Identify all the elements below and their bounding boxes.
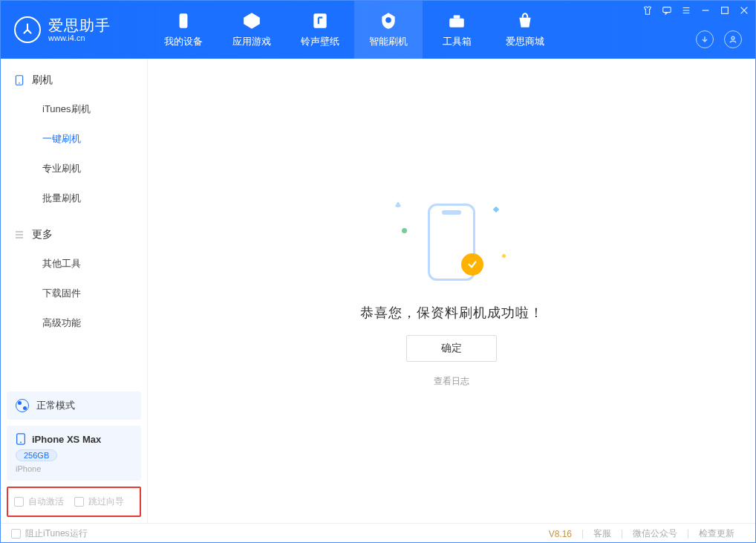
check-icon bbox=[461, 253, 483, 276]
nav-toolbox[interactable]: 工具箱 bbox=[423, 1, 491, 59]
download-icon[interactable] bbox=[696, 30, 714, 48]
skip-guide-label: 跳过向导 bbox=[88, 495, 124, 508]
close-icon[interactable] bbox=[739, 5, 749, 16]
svg-rect-4 bbox=[454, 15, 460, 18]
sidebar-item-other-tools[interactable]: 其他工具 bbox=[1, 249, 147, 279]
flash-options-highlight: 自动激活 跳过向导 bbox=[7, 487, 141, 517]
app-logo: 爱思助手 www.i4.cn bbox=[1, 16, 149, 43]
device-name: iPhone XS Max bbox=[32, 434, 101, 445]
svg-point-7 bbox=[731, 36, 734, 39]
app-url: www.i4.cn bbox=[48, 33, 111, 42]
main-nav: 我的设备 应用游戏 铃声壁纸 智能刷机 工具箱 爱思商城 bbox=[149, 1, 559, 59]
mode-label: 正常模式 bbox=[36, 399, 75, 412]
sidebar-header-more: 更多 bbox=[1, 221, 147, 249]
wechat-link[interactable]: 微信公众号 bbox=[622, 527, 688, 540]
support-link[interactable]: 客服 bbox=[583, 527, 622, 540]
minimize-icon[interactable] bbox=[700, 5, 711, 16]
sidebar: 刷机 iTunes刷机 一键刷机 专业刷机 批量刷机 更多 其他工具 下载固件 … bbox=[1, 59, 148, 523]
status-bar: 阻止iTunes运行 V8.16 客服 微信公众号 检查更新 bbox=[1, 523, 755, 543]
nav-toolbox-label: 工具箱 bbox=[443, 35, 472, 48]
success-message: 恭喜您，保资料刷机成功啦！ bbox=[360, 304, 544, 322]
sidebar-item-itunes-flash[interactable]: iTunes刷机 bbox=[1, 94, 147, 124]
svg-rect-6 bbox=[722, 7, 729, 14]
skip-guide-checkbox[interactable]: 跳过向导 bbox=[74, 495, 124, 508]
device-card[interactable]: iPhone XS Max 256GB iPhone bbox=[7, 426, 141, 481]
sidebar-item-download-firmware[interactable]: 下载固件 bbox=[1, 279, 147, 308]
sidebar-item-advanced[interactable]: 高级功能 bbox=[1, 308, 147, 338]
nav-ring[interactable]: 铃声壁纸 bbox=[286, 1, 354, 59]
ok-button[interactable]: 确定 bbox=[406, 335, 497, 362]
nav-apps-label: 应用游戏 bbox=[232, 35, 271, 48]
version-label: V8.16 bbox=[538, 529, 582, 539]
sidebar-section-title: 刷机 bbox=[32, 74, 53, 87]
list-icon bbox=[14, 230, 25, 240]
tshirt-icon[interactable] bbox=[642, 5, 653, 16]
menu-icon[interactable] bbox=[681, 5, 691, 16]
user-icon[interactable] bbox=[724, 30, 742, 48]
svg-rect-1 bbox=[313, 13, 326, 28]
logo-icon bbox=[14, 16, 41, 43]
svg-rect-5 bbox=[663, 7, 671, 13]
nav-ring-label: 铃声壁纸 bbox=[301, 35, 339, 48]
nav-device-label: 我的设备 bbox=[164, 35, 203, 48]
phone-icon bbox=[16, 433, 26, 445]
title-bar: 爱思助手 www.i4.cn 我的设备 应用游戏 铃声壁纸 智能刷机 工具箱 爱… bbox=[1, 1, 755, 59]
sidebar-item-oneclick-flash[interactable]: 一键刷机 bbox=[1, 124, 147, 154]
feedback-icon[interactable] bbox=[662, 5, 672, 16]
mode-icon bbox=[16, 399, 29, 412]
auto-activate-checkbox[interactable]: 自动激活 bbox=[14, 495, 64, 508]
svg-point-11 bbox=[20, 442, 22, 443]
device-capacity: 256GB bbox=[16, 449, 57, 461]
device-icon bbox=[14, 75, 25, 85]
nav-store[interactable]: 爱思商城 bbox=[491, 1, 559, 59]
sidebar-item-batch-flash[interactable]: 批量刷机 bbox=[1, 183, 147, 213]
nav-apps[interactable]: 应用游戏 bbox=[218, 1, 286, 59]
nav-flash-label: 智能刷机 bbox=[369, 35, 408, 48]
view-log-link[interactable]: 查看日志 bbox=[434, 375, 469, 388]
svg-rect-0 bbox=[180, 13, 188, 28]
success-illustration bbox=[388, 194, 515, 290]
svg-point-9 bbox=[19, 82, 20, 84]
auto-activate-label: 自动激活 bbox=[28, 495, 64, 508]
device-type: iPhone bbox=[16, 464, 132, 473]
nav-store-label: 爱思商城 bbox=[506, 35, 544, 48]
nav-device[interactable]: 我的设备 bbox=[149, 1, 218, 59]
sidebar-section-title: 更多 bbox=[32, 228, 53, 241]
user-controls bbox=[696, 30, 742, 48]
sidebar-item-pro-flash[interactable]: 专业刷机 bbox=[1, 154, 147, 183]
check-update-link[interactable]: 检查更新 bbox=[688, 527, 745, 540]
window-controls bbox=[642, 5, 749, 16]
nav-flash[interactable]: 智能刷机 bbox=[354, 1, 423, 59]
app-name: 爱思助手 bbox=[48, 17, 111, 33]
svg-point-2 bbox=[385, 17, 391, 23]
sidebar-header-flash: 刷机 bbox=[1, 66, 147, 94]
block-itunes-checkbox[interactable]: 阻止iTunes运行 bbox=[11, 527, 88, 540]
svg-rect-3 bbox=[449, 19, 464, 27]
main-content: 恭喜您，保资料刷机成功啦！ 确定 查看日志 bbox=[148, 59, 755, 523]
mode-indicator[interactable]: 正常模式 bbox=[7, 391, 141, 420]
block-itunes-label: 阻止iTunes运行 bbox=[25, 527, 88, 540]
maximize-icon[interactable] bbox=[720, 5, 730, 16]
